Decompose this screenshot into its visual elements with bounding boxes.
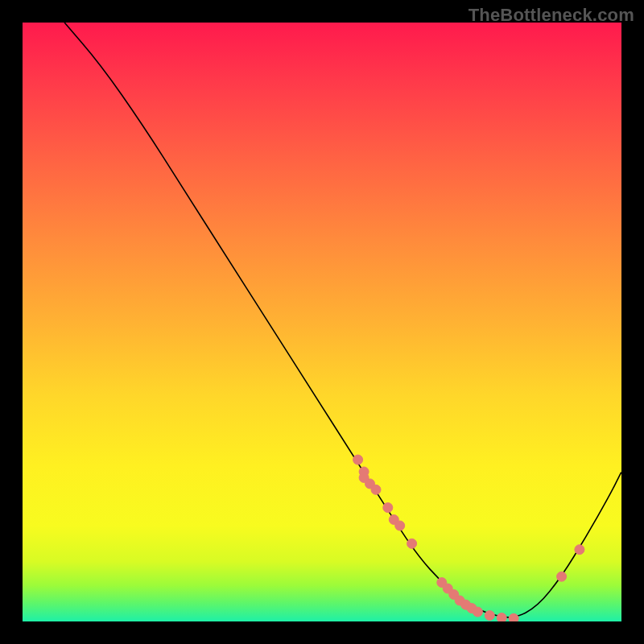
chart-dot — [557, 572, 567, 581]
chart-dot — [473, 607, 482, 617]
chart-dot — [395, 521, 405, 530]
chart-dot — [383, 503, 393, 513]
chart-dot — [497, 613, 506, 622]
chart-dot — [575, 545, 584, 555]
chart-dot — [485, 611, 494, 621]
chart-svg — [23, 23, 621, 621]
chart-dot — [509, 613, 518, 621]
watermark-text: TheBottleneck.com — [469, 5, 634, 26]
chart-frame — [23, 23, 621, 621]
chart-dots — [353, 455, 584, 621]
chart-dot — [353, 455, 363, 464]
chart-dot — [371, 485, 381, 494]
chart-curve — [64, 23, 621, 617]
chart-dot — [407, 539, 417, 548]
